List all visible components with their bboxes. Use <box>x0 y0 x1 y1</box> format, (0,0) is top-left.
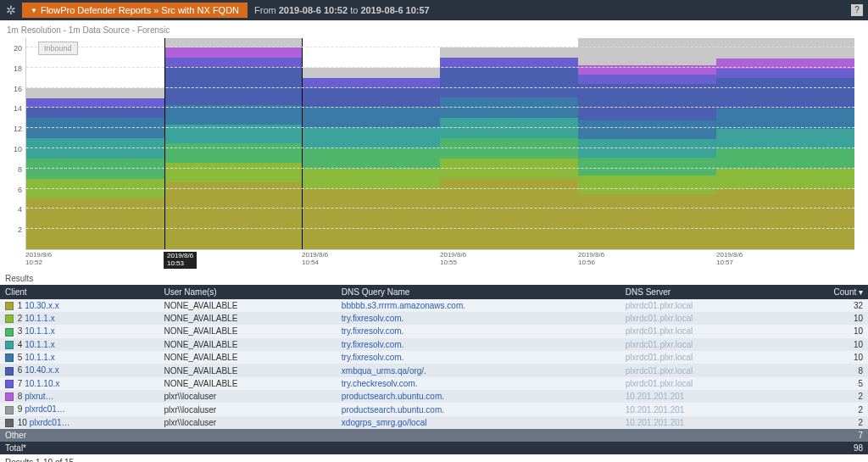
results-table: ClientUser Name(s)DNS Query NameDNS Serv… <box>0 285 868 455</box>
y-tick: 2 <box>18 225 22 234</box>
y-tick: 16 <box>14 85 22 93</box>
bar-column[interactable] <box>26 38 164 249</box>
bar-segment <box>303 88 441 109</box>
bar-segment <box>303 189 441 249</box>
bar-segment <box>440 68 578 98</box>
row-total: Total*98 <box>0 442 868 454</box>
col-header[interactable]: User Name(s) <box>159 285 336 299</box>
bar-segment <box>164 143 303 163</box>
x-tick: 2019/8/610:53 <box>164 250 302 269</box>
table-row[interactable]: 2 10.1.1.xNONE_AVAILABLEtry.fixresolv.co… <box>0 312 868 325</box>
table-row[interactable]: 8 plxrut…plxr\\localuserproductsearch.ub… <box>0 390 868 403</box>
bar-segment <box>716 169 854 189</box>
table-row[interactable]: 3 10.1.1.xNONE_AVAILABLEtry.fixresolv.co… <box>0 325 868 337</box>
y-tick: 8 <box>18 165 22 174</box>
table-header[interactable]: ClientUser Name(s)DNS Query NameDNS Serv… <box>0 285 868 299</box>
y-tick: 14 <box>14 104 22 113</box>
breadcrumb[interactable]: ▼ FlowPro Defender Reports » Src with NX… <box>22 3 248 18</box>
col-header[interactable]: DNS Server <box>620 285 785 299</box>
y-tick: 20 <box>14 44 22 53</box>
col-header[interactable]: Count ▾ <box>785 285 868 299</box>
bar-segment <box>303 128 441 148</box>
table-row[interactable]: 1 10.30.x.xNONE_AVAILABLEbbbbb.s3.rrrrm.… <box>0 299 868 312</box>
bar-segment <box>26 159 164 179</box>
results-heading: Results <box>0 269 868 285</box>
bar-segment <box>578 194 716 249</box>
bar-segment <box>164 47 303 57</box>
bar-column[interactable] <box>164 38 303 249</box>
bar-segment <box>303 169 441 189</box>
bar-segment <box>578 84 716 120</box>
bar-segment <box>440 159 578 179</box>
bar-segment <box>716 69 854 79</box>
bar-segment <box>303 108 441 128</box>
row-other[interactable]: Other7 <box>0 429 868 442</box>
bar-segment <box>26 198 164 249</box>
time-range[interactable]: From 2019-08-6 10:52 to 2019-08-6 10:57 <box>254 5 430 15</box>
x-tick: 2019/8/610:52 <box>25 250 164 269</box>
y-tick: 4 <box>18 205 22 214</box>
x-axis: 2019/8/610:522019/8/610:532019/8/610:542… <box>25 250 854 269</box>
table-row[interactable]: 5 10.1.1.xNONE_AVAILABLEtry.fixresolv.co… <box>0 351 868 364</box>
col-header[interactable]: DNS Query Name <box>337 285 620 299</box>
bar-segment <box>716 38 854 58</box>
bar-segment <box>164 182 303 249</box>
bar-column[interactable] <box>716 38 854 249</box>
chevron-down-icon: ▼ <box>31 7 37 14</box>
bar-segment <box>164 58 303 67</box>
bar-segment <box>578 120 716 139</box>
bar-segment <box>440 138 578 159</box>
bar-segment <box>303 68 441 78</box>
bar-segment <box>164 163 303 182</box>
col-header[interactable]: Client <box>0 285 159 299</box>
bar-column[interactable] <box>578 38 716 249</box>
bar-segment <box>440 47 578 58</box>
bar-segment <box>716 78 854 109</box>
bar-segment <box>26 138 164 159</box>
y-tick: 6 <box>18 186 22 194</box>
bar-segment <box>440 97 578 118</box>
table-row[interactable]: 7 10.1.10.xNONE_AVAILABLEtry.checkresolv… <box>0 377 868 390</box>
y-tick: 12 <box>14 125 22 133</box>
bar-segment <box>578 158 716 176</box>
bar-segment <box>578 75 716 84</box>
y-tick: 10 <box>14 145 22 153</box>
bar-segment <box>716 129 854 149</box>
table-row[interactable]: 10 plxrdc01…plxr\\localuserxdogrps_smrg.… <box>0 416 868 429</box>
bar-segment <box>26 108 164 118</box>
chart-subtitle: 1m Resolution - 1m Data Source - Forensi… <box>5 24 863 38</box>
bar-segment <box>26 118 164 138</box>
bar-segment <box>716 109 854 129</box>
footer: Results 1-10 of 15 Prev 1 2 Next <box>0 454 868 462</box>
bar-segment <box>578 38 716 65</box>
bar-column[interactable] <box>303 38 441 249</box>
table-row[interactable]: 6 10.40.x.xNONE_AVAILABLExmbqua_urms.qa/… <box>0 364 868 376</box>
help-icon[interactable]: ? <box>851 4 863 16</box>
bar-segment <box>26 88 164 98</box>
x-tick: 2019/8/610:56 <box>578 250 716 269</box>
top-bar: ✲ ▼ FlowPro Defender Reports » Src with … <box>0 0 868 20</box>
breadcrumb-text: FlowPro Defender Reports » Src with NX F… <box>41 5 239 15</box>
chart-area[interactable]: Inbound <box>25 38 854 250</box>
legend-toggle[interactable]: Inbound <box>38 42 78 55</box>
x-tick: 2019/8/610:54 <box>302 250 440 269</box>
bar-segment <box>303 148 441 169</box>
y-tick: 18 <box>14 64 22 73</box>
results-summary: Results 1-10 of 15 <box>5 458 863 462</box>
bar-segment <box>440 179 578 249</box>
app-icon[interactable]: ✲ <box>0 3 22 17</box>
bar-segment <box>578 175 716 194</box>
x-tick: 2019/8/610:57 <box>716 250 854 269</box>
table-row[interactable]: 9 plxrdc01…plxr\\localuserproductsearch.… <box>0 403 868 415</box>
bar-segment <box>164 105 303 125</box>
bar-segment <box>26 179 164 199</box>
chart-panel: 1m Resolution - 1m Data Source - Forensi… <box>0 20 868 269</box>
bar-segment <box>716 148 854 169</box>
bar-segment <box>716 189 854 249</box>
bar-segment <box>440 118 578 138</box>
x-tick: 2019/8/610:55 <box>440 250 578 269</box>
bar-column[interactable] <box>440 38 578 249</box>
y-axis: 2468101214161820 <box>5 38 25 250</box>
table-row[interactable]: 4 10.1.1.xNONE_AVAILABLEtry.fixresolv.co… <box>0 338 868 351</box>
